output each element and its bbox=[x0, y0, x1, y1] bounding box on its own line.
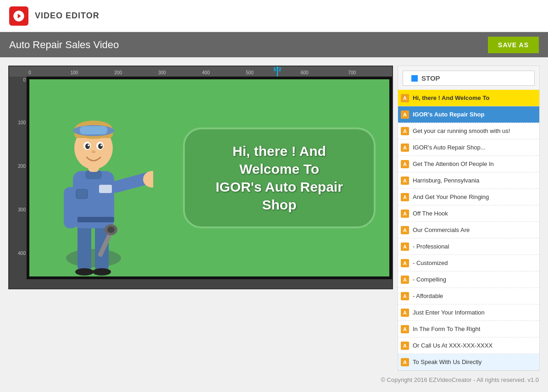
stop-button-container: STOP bbox=[398, 66, 539, 90]
script-item[interactable]: ATo Speak With Us Directly bbox=[398, 354, 539, 370]
script-item[interactable]: AIGOR's Auto Repair Shop bbox=[398, 106, 539, 123]
script-warning-icon: A bbox=[401, 144, 409, 152]
script-warning-icon: A bbox=[401, 358, 409, 366]
script-item[interactable]: AIGOR's Auto Repair Shop... bbox=[398, 139, 539, 156]
script-warning-icon: A bbox=[401, 94, 409, 102]
side-ruler-mark-100: 100 bbox=[18, 120, 26, 125]
page-titlebar: Auto Repair Sales Video SAVE AS bbox=[0, 32, 548, 57]
speech-bubble: Hi, there ! And Welcome To IGOR's Auto R… bbox=[183, 127, 376, 228]
save-as-button[interactable]: SAVE AS bbox=[488, 37, 539, 53]
script-item[interactable]: A- Compelling bbox=[398, 271, 539, 288]
svg-point-20 bbox=[92, 150, 95, 153]
script-item-text: Get The Attention Of People In bbox=[413, 160, 494, 167]
preview-bg: Hi, there ! And Welcome To IGOR's Auto R… bbox=[27, 77, 392, 279]
footer: © Copyright 2016 EZVideoCreator - All ri… bbox=[0, 371, 548, 389]
preview-canvas: Hi, there ! And Welcome To IGOR's Auto R… bbox=[29, 79, 389, 276]
side-ruler-mark-400: 400 bbox=[18, 251, 26, 256]
script-item-text: Hi, there ! And Welcome To bbox=[413, 94, 489, 101]
svg-rect-13 bbox=[80, 126, 107, 134]
main-preview-col: 0 100 200 300 400 500 572 600 700 bbox=[27, 66, 392, 288]
script-item[interactable]: AGet your car running smooth with us! bbox=[398, 123, 539, 139]
script-item-text: - Compelling bbox=[413, 276, 446, 283]
script-list: AHi, there ! And Welcome ToAIGOR's Auto … bbox=[398, 90, 539, 370]
side-ruler-mark-0: 0 bbox=[23, 77, 26, 83]
side-ruler-mark-200: 200 bbox=[18, 164, 26, 169]
script-item-text: And Get Your Phone Ringing bbox=[413, 193, 489, 200]
svg-point-16 bbox=[85, 144, 90, 149]
script-item[interactable]: A- Affordable bbox=[398, 288, 539, 304]
script-item-text: In The Form To The Right bbox=[413, 326, 480, 332]
app-header: VIDEO EDITOR bbox=[0, 0, 548, 32]
script-warning-icon: A bbox=[401, 292, 409, 300]
side-ruler-mark-300: 300 bbox=[18, 207, 26, 212]
ruler-mark-600: 600 bbox=[301, 70, 309, 75]
right-panel: STOP AHi, there ! And Welcome ToAIGOR's … bbox=[398, 66, 540, 371]
script-item[interactable]: A- Customized bbox=[398, 255, 539, 271]
script-item[interactable]: AAnd Get Your Phone Ringing bbox=[398, 189, 539, 205]
script-warning-icon: A bbox=[401, 193, 409, 201]
ruler-mark-300: 300 bbox=[158, 70, 166, 75]
script-warning-icon: A bbox=[401, 160, 409, 168]
script-item[interactable]: A- Professional bbox=[398, 238, 539, 255]
svg-rect-1 bbox=[77, 221, 91, 272]
script-item-text: IGOR's Auto Repair Shop bbox=[413, 111, 484, 118]
stop-icon bbox=[411, 75, 418, 82]
main-content: 0 100 200 300 400 0 100 200 300 bbox=[0, 57, 548, 371]
script-item-text: Our Commercials Are bbox=[413, 226, 470, 233]
script-item-text: Or Call Us At XXX-XXX-XXXX bbox=[413, 342, 493, 349]
timeline-ruler: 0 100 200 300 400 500 572 600 700 bbox=[27, 66, 392, 77]
script-warning-icon: A bbox=[401, 259, 409, 267]
svg-point-17 bbox=[98, 144, 103, 149]
script-warning-icon: A bbox=[401, 127, 409, 135]
bubble-line1: Hi, there ! And Welcome To bbox=[232, 144, 326, 177]
svg-point-4 bbox=[93, 268, 111, 276]
script-item-text: - Customized bbox=[413, 259, 448, 266]
ruler-mark-700: 700 bbox=[348, 70, 356, 75]
bubble-line2: IGOR's Auto Repair Shop bbox=[216, 179, 343, 212]
ruler-mark-200: 200 bbox=[114, 70, 122, 75]
ruler-mark-100: 100 bbox=[71, 70, 78, 75]
copyright-text: © Copyright 2016 EZVideoCreator - All ri… bbox=[381, 376, 539, 383]
script-warning-icon: A bbox=[401, 276, 409, 284]
script-warning-icon: A bbox=[401, 342, 409, 350]
bottom-ruler-area bbox=[27, 279, 392, 288]
svg-rect-6 bbox=[73, 217, 114, 222]
svg-rect-31 bbox=[99, 185, 112, 193]
logo-icon bbox=[9, 6, 28, 26]
script-item[interactable]: AJust Enter Your Information bbox=[398, 304, 539, 321]
script-item[interactable]: AOur Commercials Are bbox=[398, 222, 539, 238]
script-warning-icon: A bbox=[401, 226, 409, 234]
script-warning-icon: A bbox=[401, 210, 409, 218]
ruler-mark-0: 0 bbox=[28, 70, 31, 75]
svg-point-18 bbox=[88, 144, 89, 146]
ruler-mark-400: 400 bbox=[202, 70, 210, 75]
script-warning-icon: A bbox=[401, 177, 409, 185]
script-item[interactable]: AOr Call Us At XXX-XXX-XXXX bbox=[398, 337, 539, 354]
script-item[interactable]: AHi, there ! And Welcome To bbox=[398, 90, 539, 106]
stop-label: STOP bbox=[421, 74, 440, 82]
script-item-text: - Professional bbox=[413, 243, 449, 250]
app-title: VIDEO EDITOR bbox=[35, 11, 100, 21]
script-item[interactable]: AIn The Form To The Right bbox=[398, 321, 539, 337]
svg-point-19 bbox=[100, 144, 102, 146]
script-warning-icon: A bbox=[401, 110, 409, 119]
playhead: 572 bbox=[277, 66, 278, 77]
stop-button[interactable]: STOP bbox=[403, 71, 535, 86]
ruler-mark-500: 500 bbox=[246, 70, 254, 75]
script-item-text: IGOR's Auto Repair Shop... bbox=[413, 144, 486, 151]
script-item-text: Get your car running smooth with us! bbox=[413, 127, 510, 134]
script-item-text: Off The Hook bbox=[413, 210, 448, 217]
svg-rect-26 bbox=[64, 187, 77, 228]
side-ruler-col: 0 100 200 300 400 bbox=[9, 66, 27, 288]
svg-point-3 bbox=[75, 268, 94, 276]
script-item[interactable]: AHarrisburg, Pennsylvania bbox=[398, 172, 539, 189]
playhead-label: 572 bbox=[274, 67, 282, 72]
mechanic-svg bbox=[34, 93, 153, 276]
svg-rect-30 bbox=[76, 189, 88, 199]
script-item-text: Just Enter Your Information bbox=[413, 309, 485, 316]
script-warning-icon: A bbox=[401, 325, 409, 333]
editor-wrapper: 0 100 200 300 400 0 100 200 300 bbox=[8, 66, 393, 289]
script-item[interactable]: AOff The Hook bbox=[398, 205, 539, 222]
page-title: Auto Repair Sales Video bbox=[9, 39, 119, 51]
script-item[interactable]: AGet The Attention Of People In bbox=[398, 156, 539, 172]
